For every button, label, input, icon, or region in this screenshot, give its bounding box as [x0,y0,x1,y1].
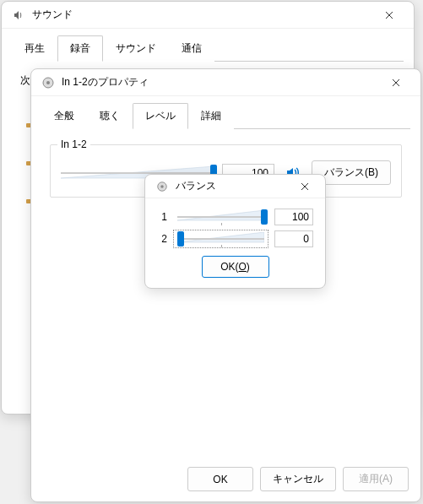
channel-2-value[interactable] [274,230,313,247]
tab-general[interactable]: 全般 [41,103,87,129]
sound-titlebar: サウンド [2,2,414,29]
balance-icon [155,180,169,193]
tab-details[interactable]: 詳細 [188,103,234,129]
properties-titlebar: In 1-2のプロパティ [31,69,420,96]
close-button-balance[interactable] [290,176,320,198]
channel-1-value[interactable] [274,209,313,225]
balance-ok-button[interactable]: OK(O) [202,256,269,278]
sound-title: サウンド [32,8,370,22]
channel-2-label: 2 [157,233,167,245]
channel-2-slider[interactable] [174,230,268,247]
svg-marker-11 [177,210,264,220]
close-button-properties[interactable] [377,70,415,95]
properties-title: In 1-2のプロパティ [62,75,377,89]
svg-point-10 [160,185,164,188]
sound-tabs: 再生 録音 サウンド 通信 [2,29,414,62]
balance-titlebar: バランス [145,175,325,198]
channel-1-thumb[interactable] [261,209,268,225]
tab-sounds[interactable]: サウンド [103,35,169,62]
close-button-sound[interactable] [370,3,409,28]
cancel-button[interactable]: キャンセル [260,467,336,491]
properties-icon [41,76,55,89]
balance-channel-1-row: 1 [157,209,313,225]
svg-marker-12 [177,232,264,242]
balance-channel-2-row: 2 [157,230,313,247]
content-label: 次 [20,74,30,86]
apply-button[interactable]: 適用(A) [343,467,409,491]
channel-2-thumb[interactable] [177,231,184,247]
tab-communication[interactable]: 通信 [169,35,214,62]
tab-recording[interactable]: 録音 [57,35,103,62]
balance-dialog: バランス 1 2 [144,174,326,289]
tab-playback[interactable]: 再生 [12,35,57,62]
channel-1-label: 1 [157,211,167,223]
tab-levels[interactable]: レベル [133,103,188,129]
balance-title: バランス [176,179,290,193]
properties-button-row: OK キャンセル 適用(A) [187,467,409,491]
channel-1-slider[interactable] [174,209,268,225]
ok-button[interactable]: OK [187,467,253,491]
svg-point-7 [46,81,50,84]
level-legend: In 1-2 [57,138,90,150]
tab-listen[interactable]: 聴く [87,103,133,129]
sound-icon [12,8,25,22]
